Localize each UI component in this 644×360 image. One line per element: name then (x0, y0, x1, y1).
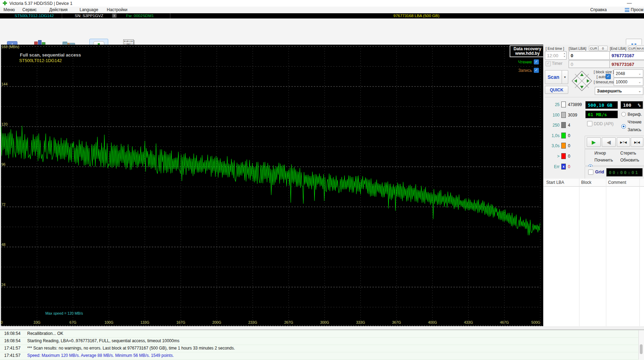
grid-label: Grid (595, 170, 604, 174)
divider (606, 179, 606, 326)
menu-item-actions[interactable]: Действия (49, 7, 68, 12)
latency-stat-value: 3039 (568, 113, 577, 118)
x-axis-tick-label: 167G (176, 320, 185, 324)
log-scrollbar[interactable] (638, 330, 644, 360)
latency-stat-color-box (561, 153, 566, 159)
seek-test-button[interactable]: ▶?◀ (617, 137, 630, 147)
step-button[interactable]: ▶|◀ (631, 137, 643, 147)
view-list-icon[interactable] (625, 8, 629, 12)
ddd-checkbox[interactable] (587, 121, 592, 126)
menu-item-settings[interactable]: Настройки (107, 7, 127, 12)
latency-stat-value: 0 (568, 164, 570, 169)
speed-graph: 168 (MB/s)14412096724824 033G67G100G133G… (0, 45, 543, 326)
latency-stat-color-box (561, 102, 566, 107)
radio-verify[interactable] (621, 112, 626, 117)
progress-lcd: 100% (621, 101, 643, 109)
device-bar: ST500LT012-1DG142 SN: S3PP1GVZ x Fw: 000… (0, 13, 644, 18)
end-lba-cur-button[interactable]: CUR (628, 46, 636, 51)
end-lba-max-button[interactable]: MAX (636, 46, 644, 51)
x-axis-tick-label: 467G (500, 320, 509, 324)
device-firmware: Fw: 0002SDM1 (124, 14, 156, 18)
y-axis-tick-label: 168 (MB/s) (1, 45, 19, 49)
table-header-block[interactable]: Block (581, 180, 591, 185)
device-tab-close-button[interactable]: x (112, 14, 117, 18)
scan-button[interactable]: Scan (545, 70, 562, 84)
menu-item-help[interactable]: Справка (590, 7, 607, 12)
minimize-button[interactable]: — (627, 0, 632, 6)
latency-stat-color-box (561, 122, 566, 128)
log-message: Recallibration... OK (27, 331, 63, 336)
timeout-combo[interactable]: 10000⌄ (614, 78, 643, 86)
watermark: Data recovery www.hdd.by (510, 45, 545, 57)
play-button[interactable]: ▶ (587, 137, 601, 147)
x-axis-tick-label: 333G (356, 320, 365, 324)
latency-stat-label: 1,0s (544, 133, 560, 138)
menu-item-menu[interactable]: Меню (3, 7, 15, 12)
speed-lcd: 61 MB/s (585, 111, 618, 118)
divider (0, 345, 638, 345)
x-axis-tick-label: 200G (212, 320, 221, 324)
defects-table: Start LBA Block Comment (543, 179, 644, 326)
timer-checkbox[interactable]: ✓ (546, 61, 551, 66)
latency-stat-label: Err (544, 164, 560, 169)
window-title: Victoria 5.37 HDD/SSD | Device 1 (9, 1, 72, 6)
read-checkbox[interactable]: ✓ (534, 59, 539, 65)
latency-stat-label: 3,0s (544, 143, 560, 148)
latency-stat-color-box (561, 133, 566, 138)
read-legend-label: Чтение (510, 60, 532, 65)
nav-pad-icon[interactable] (569, 68, 594, 93)
end-lba-input[interactable]: 976773167 (609, 51, 644, 60)
divider (62, 13, 62, 18)
x-axis-tick-label: 300G (320, 320, 329, 324)
log-scrollbar-thumb[interactable] (640, 344, 643, 354)
y-axis-tick-label: 96 (1, 162, 6, 166)
log-time: 17:41:57 (4, 353, 21, 358)
table-header-comment[interactable]: Comment (608, 180, 626, 185)
block-size-combo[interactable]: 2048⌄ (614, 69, 643, 77)
start-lba-cur-button[interactable]: CUR (589, 46, 598, 51)
write-legend-label: Запись (510, 68, 532, 73)
after-scan-action-combo[interactable]: Завершить⌄ (595, 87, 643, 95)
timeout-label: [ timeout,ms ] (594, 80, 613, 84)
log-time: 16:08:54 (4, 331, 21, 336)
end-lba-label: [End LBA] (610, 46, 626, 51)
x-axis-tick-label: 100G (104, 320, 113, 324)
latency-stat-value: 0 (568, 133, 570, 138)
start-lba-zero-button[interactable]: 0 (598, 46, 608, 51)
divider (0, 352, 638, 352)
grid-checkbox[interactable] (588, 170, 593, 175)
device-tab-model[interactable]: ST500LT012-1DG142 (12, 14, 57, 18)
radio-ignore-label: Игнор (594, 151, 606, 156)
radio-erase-label: Стереть (620, 151, 636, 156)
x-axis-tick-label: 267G (284, 320, 293, 324)
latency-stat-label: 25 (544, 102, 560, 107)
timer-input[interactable]: 0 (569, 60, 611, 68)
x-axis-tick-label: 67G (69, 320, 76, 324)
latency-stat-label: > (544, 154, 560, 159)
x-axis-tick-label: 33G (34, 320, 40, 324)
spinner-arrows-icon[interactable]: ▲▼ (563, 52, 565, 58)
write-checkbox[interactable]: ✓ (534, 68, 539, 73)
end-time-spinner[interactable]: 12:00 ▲▼ (545, 51, 567, 60)
menu-item-view[interactable]: Просм (631, 7, 643, 12)
x-axis-tick-label: 500G (531, 320, 540, 324)
menu-item-language[interactable]: Language (80, 7, 98, 12)
speed-line (1, 126, 540, 235)
rewind-button[interactable]: ◀ (602, 137, 616, 147)
x-axis-tick-label: 0 (1, 320, 3, 324)
quick-button[interactable]: QUICK (545, 86, 568, 94)
chevron-down-icon: ⌄ (638, 80, 641, 84)
x-axis-tick-label: 233G (248, 320, 257, 324)
title-bar: Victoria 5.37 HDD/SSD | Device 1 — (0, 0, 644, 7)
radio-read[interactable] (621, 124, 626, 129)
log-time: 17:41:57 (4, 346, 21, 351)
menu-bar: Меню Сервис Действия Language Настройки … (0, 7, 644, 13)
latency-stat-value: 4 (568, 123, 570, 128)
table-header-start-lba[interactable]: Start LBA (546, 180, 564, 185)
scan-dropdown-button[interactable]: ▼ (562, 70, 568, 84)
menu-item-service[interactable]: Сервис (22, 7, 37, 12)
victoria-window: Victoria 5.37 HDD/SSD | Device 1 — Меню … (0, 0, 644, 360)
auto-checkbox[interactable]: ✓ (606, 74, 611, 79)
start-lba-input[interactable]: 0 (569, 51, 611, 60)
y-axis-tick-label: 144 (1, 82, 8, 86)
